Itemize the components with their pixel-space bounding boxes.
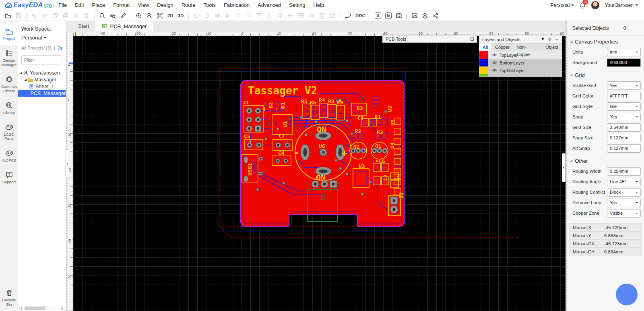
menu-place[interactable]: Place [88,0,109,10]
silk-label[interactable]: + [341,147,348,159]
snap-size-input[interactable]: 0.127mm [607,134,641,142]
layer-color-swatch[interactable] [479,66,488,74]
panel-resize-gutter[interactable] [566,21,568,311]
layer-row-bottomlayer[interactable]: BottomLayer [479,59,562,66]
silk-label[interactable]: U5 [390,119,396,126]
layer-color-swatch[interactable] [479,51,488,59]
silk-label[interactable]: J1 [243,100,249,106]
silk-label[interactable]: D2 [268,102,274,108]
pcb-drawing[interactable]: Tassager V2J1D2D1R5R6R4R8R9Q3U2C3R1U5U1R… [73,36,566,311]
rail-item-library[interactable]: Library [0,97,18,119]
tab-pcb_massager[interactable]: PCB_Massager [95,21,153,31]
rail-item-recycle-bin[interactable]: Recycle Bin [0,285,18,311]
menu-setting[interactable]: Setting [285,0,309,10]
remove-loop-select[interactable]: Yes [607,199,641,207]
silk-label[interactable]: Q3 [357,105,363,111]
silk-label[interactable]: J2 [398,192,404,199]
menu-advanced[interactable]: Advanced [254,0,285,10]
silk-label[interactable]: C5 [244,133,250,139]
collapse-right-panel-handle[interactable] [562,153,566,182]
grid-size-input[interactable]: 2.540mm [607,123,641,132]
tree-item-yourijanssen[interactable]: YouriJanssen [18,69,66,76]
open-link[interactable]: Ope [58,46,62,50]
rail-item-lcsc-parts[interactable]: LCSCLCSC Parts [0,119,18,145]
tree-item-massager[interactable]: Massager [18,76,66,83]
all-projects-label[interactable]: All Projects(13) [21,46,52,50]
tree-item-pcb_massager[interactable]: PCB_Massager [18,90,66,97]
silk-label[interactable]: R3 [377,129,383,135]
silk-label[interactable]: C6 [379,158,385,164]
silk-label[interactable]: C1 [396,174,402,181]
silk-label[interactable]: - [293,147,299,159]
silk-label[interactable]: ON [316,173,326,182]
expander-icon[interactable] [24,79,27,81]
rail-item-common-library[interactable]: Common Library [0,71,18,97]
layer-color-swatch[interactable] [479,59,488,66]
export-image-button[interactable] [410,11,419,20]
silk-label[interactable]: R6 [310,100,316,106]
section-header-canvas-properties[interactable]: ◢Canvas Properties [566,35,644,47]
view-3d-button[interactable]: 3D [176,11,186,20]
copper-zone-select[interactable]: Visible [607,209,641,218]
grid-color-input[interactable]: #FFFFFF [607,92,641,100]
tab-start[interactable]: Start [72,21,95,31]
layer-visibility-toggle[interactable] [492,68,497,73]
layers-tab-non-copper[interactable]: Non-Copper [513,44,542,51]
menu-help[interactable]: Help [309,0,328,10]
silk-label[interactable]: C4 [278,150,285,156]
scrollbar-thumb[interactable] [25,307,45,310]
rail-item-support[interactable]: ?Support [0,167,18,189]
silk-label[interactable]: U4 [389,142,395,149]
layers-tab-copper[interactable]: Copper [492,44,513,51]
visible-grid-select[interactable]: Yes [607,81,641,90]
routing-conflict-select[interactable]: Block [607,188,641,197]
drc-button[interactable]: DRC [354,11,367,20]
layers-tab-object[interactable]: Object [542,44,562,51]
horizontal-scrollbar[interactable] [18,306,66,311]
user-menu[interactable]: YouriJanssen [605,2,638,8]
rail-item-jlcpcb[interactable]: JLCJLCPCB [0,145,18,167]
silk-label[interactable]: ON [317,124,326,134]
avatar[interactable] [591,1,600,10]
rail-item-project[interactable]: Project [0,23,18,45]
section-header-other[interactable]: ◢Other [566,155,644,166]
silk-label[interactable]: C3 [357,115,364,121]
layer-row-topsilklayer[interactable]: TopSilkLayer [479,66,562,74]
silk-label[interactable]: U3 [359,163,365,169]
background-color-swatch[interactable]: #000000 [607,58,641,67]
silk-label[interactable]: Q2 [353,144,360,150]
alt-snap-input[interactable]: 0.127mm [607,144,641,153]
snap-select[interactable]: Yes [607,113,641,121]
menu-format[interactable]: Format [109,0,134,10]
silk-label[interactable]: D1 [280,102,286,108]
silk-label[interactable]: R1 [375,114,381,120]
layer-color-swatch[interactable] [479,74,488,77]
section-header-grid[interactable]: ◢Grid [566,69,644,80]
preview-button[interactable] [394,11,404,20]
assistant-fab-button[interactable] [616,284,638,305]
layer-row-next-layer[interactable] [479,74,562,77]
menu-tools[interactable]: Tools [199,0,219,10]
view-2d-button[interactable]: 2D [165,11,175,20]
gear-icon[interactable] [547,37,552,41]
workspace-switcher[interactable]: Personal [551,2,574,8]
silk-label[interactable]: U1 [282,121,288,127]
silk-label[interactable]: R5 [301,98,308,104]
find-similar-button[interactable] [108,11,118,20]
search-button[interactable] [97,11,107,20]
scroll-left-icon[interactable] [19,307,22,310]
notifications-button[interactable]: 3 [579,2,586,9]
pin-icon[interactable] [540,37,545,41]
restore-icon[interactable] [471,37,474,41]
silk-label[interactable]: U2 [387,106,393,112]
menu-file[interactable]: File [54,0,71,10]
measure-button[interactable] [118,11,128,20]
silk-label[interactable]: R8 [328,98,334,104]
layer-visibility-toggle[interactable] [492,52,497,58]
tree-item-sheet_1[interactable]: Sheet_1 [18,83,66,90]
silk-label[interactable]: USB1 [247,163,253,176]
open-project-button[interactable] [3,11,13,20]
units-select[interactable]: mm [607,48,641,56]
zoom-out-button[interactable] [144,11,154,20]
route-button[interactable] [343,11,353,20]
